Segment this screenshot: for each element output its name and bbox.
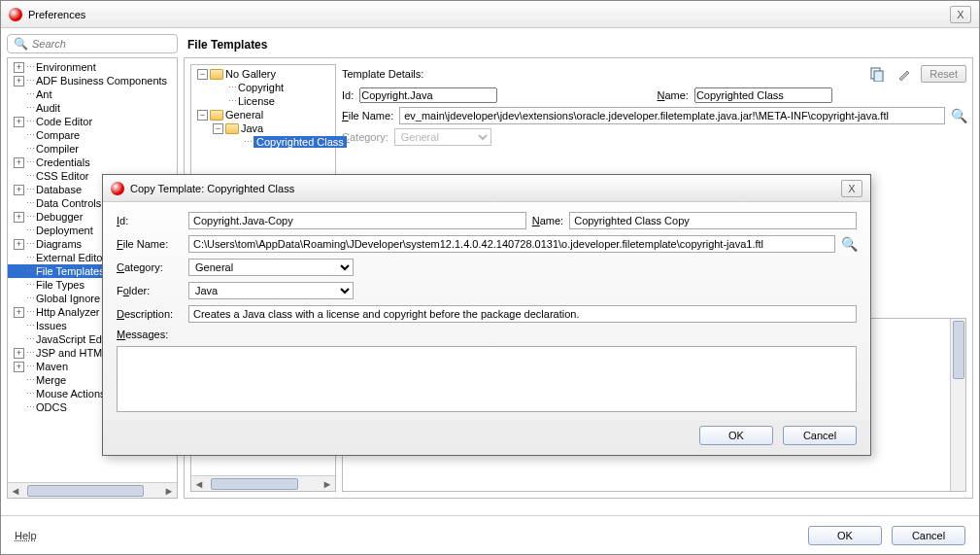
collapse-icon[interactable]: − xyxy=(213,123,223,134)
copy-template-button[interactable] xyxy=(866,64,888,84)
ok-button[interactable]: OK xyxy=(808,526,882,545)
expand-icon[interactable]: + xyxy=(14,239,24,250)
tree-connector: ⋯ xyxy=(26,362,34,371)
tree-item[interactable]: +⋯Compiler xyxy=(8,142,177,156)
dlg-id-label: Id: xyxy=(117,215,183,226)
page-title: File Templates xyxy=(184,34,973,57)
dialog-title: Copy Template: Copyrighted Class xyxy=(130,183,841,194)
tree-item-label: CSS Editor xyxy=(36,170,88,182)
expand-icon[interactable]: + xyxy=(14,185,24,195)
scroll-thumb[interactable] xyxy=(953,321,964,379)
id-field[interactable] xyxy=(359,87,497,103)
file-name-label: File Name: xyxy=(342,110,393,121)
name-field[interactable] xyxy=(694,87,832,103)
dlg-folder-select[interactable]: Java xyxy=(188,282,354,299)
dlg-cancel-button[interactable]: Cancel xyxy=(783,426,857,445)
scroll-thumb[interactable] xyxy=(211,478,298,490)
tree-item-label: Mouse Actions xyxy=(36,388,106,399)
tree-connector: ⋯ xyxy=(26,375,34,385)
reset-button[interactable]: Reset xyxy=(921,65,966,83)
code-v-scrollbar[interactable] xyxy=(950,319,965,491)
scroll-left-icon[interactable]: ◄ xyxy=(8,485,23,497)
collapse-icon[interactable]: − xyxy=(197,69,208,80)
tree-item-label: File Templates xyxy=(36,265,105,277)
expand-icon: + xyxy=(14,334,24,345)
browse-file-button[interactable]: 🔍 xyxy=(951,108,966,123)
window-title: Preferences xyxy=(28,9,950,20)
tree-connector: ⋯ xyxy=(26,117,34,126)
dlg-ok-button[interactable]: OK xyxy=(699,426,773,445)
expand-icon[interactable]: + xyxy=(14,348,24,359)
tree-connector: ⋯ xyxy=(228,83,236,92)
expand-icon[interactable]: + xyxy=(14,157,24,168)
scroll-right-icon[interactable]: ► xyxy=(320,478,335,490)
scroll-thumb[interactable] xyxy=(27,485,144,497)
expand-icon[interactable]: + xyxy=(14,62,24,73)
tree-item-label: Credentials xyxy=(36,156,90,168)
expand-icon: + xyxy=(14,321,24,331)
dlg-desc-field[interactable] xyxy=(188,305,857,323)
expand-icon: + xyxy=(14,89,24,100)
dlg-messages-area xyxy=(117,346,857,412)
tree-connector: ⋯ xyxy=(26,212,34,222)
folder-icon xyxy=(210,69,223,80)
expand-icon[interactable]: + xyxy=(14,212,24,223)
tree-node-general[interactable]: − General xyxy=(193,108,333,121)
collapse-icon[interactable]: − xyxy=(197,110,208,121)
subtree-h-scrollbar[interactable]: ◄ ► xyxy=(191,475,335,491)
tree-connector: ⋯ xyxy=(26,157,34,167)
cancel-button[interactable]: Cancel xyxy=(892,526,965,545)
scroll-left-icon[interactable]: ◄ xyxy=(191,478,207,490)
tree-connector: ⋯ xyxy=(26,225,34,235)
expand-icon[interactable]: + xyxy=(14,362,24,372)
search-box[interactable]: 🔍 xyxy=(7,34,178,53)
dialog-close-button[interactable]: X xyxy=(841,180,862,197)
dlg-category-select[interactable]: General xyxy=(188,259,354,276)
dlg-browse-button[interactable]: 🔍 xyxy=(841,236,857,252)
tree-label: Java xyxy=(241,122,263,134)
tree-node-license[interactable]: ⋯ License xyxy=(193,94,333,108)
search-input[interactable] xyxy=(32,38,168,50)
tree-label: License xyxy=(238,95,275,107)
scroll-right-icon[interactable]: ► xyxy=(161,485,177,497)
dlg-id-field[interactable] xyxy=(188,212,526,229)
window-close-button[interactable]: X xyxy=(950,6,971,23)
app-logo-icon xyxy=(9,8,22,21)
tree-item[interactable]: +⋯ADF Business Components xyxy=(8,74,177,87)
tree-node-copyrighted-class[interactable]: ⋯ Copyrighted Class xyxy=(193,135,333,149)
tree-item[interactable]: +⋯Audit xyxy=(8,101,177,115)
tree-item[interactable]: +⋯Ant xyxy=(8,87,177,101)
expand-icon: + xyxy=(14,253,24,263)
tree-item[interactable]: +⋯Environment xyxy=(8,60,177,74)
help-link[interactable]: Help xyxy=(15,530,37,541)
edit-template-button[interactable] xyxy=(894,64,915,84)
tree-node-java[interactable]: − Java xyxy=(193,121,333,135)
tree-node-copyright[interactable]: ⋯ Copyright xyxy=(193,81,333,94)
tree-item[interactable]: +⋯Code Editor xyxy=(8,115,177,128)
tree-connector: ⋯ xyxy=(26,402,34,412)
tree-connector: ⋯ xyxy=(26,266,34,276)
close-icon: X xyxy=(848,183,855,194)
tree-item-label: Compiler xyxy=(36,143,79,155)
expand-icon: + xyxy=(14,375,24,386)
tree-connector: ⋯ xyxy=(26,185,34,194)
folder-icon xyxy=(225,123,239,134)
expand-icon[interactable]: + xyxy=(14,117,24,127)
tree-item[interactable]: +⋯Credentials xyxy=(8,156,177,169)
expand-icon: + xyxy=(14,130,24,141)
expand-icon[interactable]: + xyxy=(14,76,24,87)
file-name-field[interactable] xyxy=(399,107,945,124)
dlg-file-field[interactable] xyxy=(188,235,835,253)
tree-node-nogallery[interactable]: − No Gallery xyxy=(193,67,333,81)
expand-icon: + xyxy=(14,103,24,114)
tree-item[interactable]: +⋯Compare xyxy=(8,128,177,142)
tree-connector: ⋯ xyxy=(26,89,34,99)
folder-icon xyxy=(210,110,223,121)
tree-connector: ⋯ xyxy=(26,103,34,113)
dlg-category-label: Category: xyxy=(117,261,183,273)
dlg-name-field[interactable] xyxy=(569,212,857,229)
tree-connector: ⋯ xyxy=(26,253,34,262)
tree-item-label: Data Controls xyxy=(36,197,101,209)
tree-h-scrollbar[interactable]: ◄ ► xyxy=(8,482,177,498)
expand-icon[interactable]: + xyxy=(14,307,24,318)
